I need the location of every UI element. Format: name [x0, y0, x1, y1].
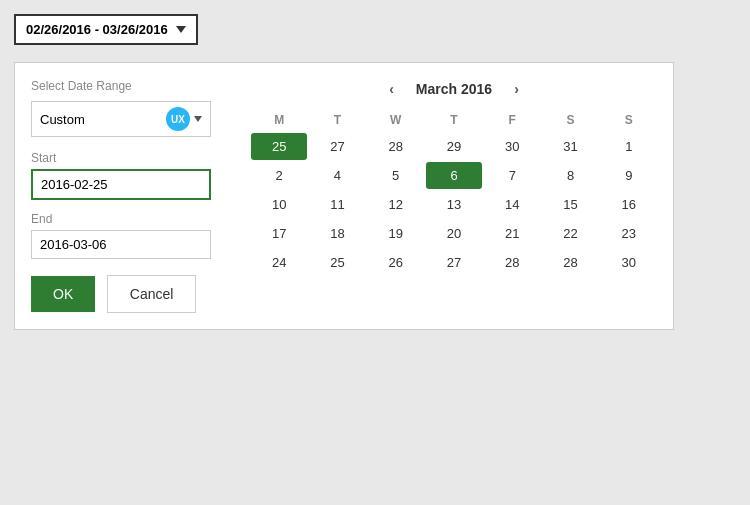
date-range-button[interactable]: 02/26/2016 - 03/26/2016 [14, 14, 198, 45]
table-row[interactable]: 31 [542, 133, 598, 160]
day-header-sat: S [542, 109, 598, 131]
table-row[interactable]: 29 [426, 133, 482, 160]
calendar-grid: M T W T F S S 25 27 28 29 30 31 1 2 4 5 … [251, 109, 657, 276]
table-row[interactable]: 18 [309, 220, 365, 247]
date-range-label: 02/26/2016 - 03/26/2016 [26, 22, 168, 37]
table-row[interactable]: 24 [251, 249, 307, 276]
action-buttons: OK Cancel [31, 275, 231, 313]
ok-button[interactable]: OK [31, 276, 95, 312]
table-row[interactable]: 15 [542, 191, 598, 218]
table-row[interactable]: 4 [309, 162, 365, 189]
start-label: Start [31, 151, 231, 165]
cancel-button[interactable]: Cancel [107, 275, 197, 313]
table-row[interactable]: 28 [542, 249, 598, 276]
day-header-thu: T [426, 109, 482, 131]
table-row[interactable]: 19 [368, 220, 424, 247]
calendar-next-button[interactable]: › [508, 79, 525, 99]
table-row[interactable]: 12 [368, 191, 424, 218]
table-row[interactable]: 16 [601, 191, 657, 218]
table-row[interactable]: 28 [368, 133, 424, 160]
table-row[interactable]: 2 [251, 162, 307, 189]
table-row[interactable]: 6 [426, 162, 482, 189]
day-header-wed: W [368, 109, 424, 131]
page-wrapper: 02/26/2016 - 03/26/2016 Select Date Rang… [0, 0, 750, 505]
table-row[interactable]: 27 [309, 133, 365, 160]
table-row[interactable]: 5 [368, 162, 424, 189]
day-header-sun: S [601, 109, 657, 131]
table-row[interactable]: 9 [601, 162, 657, 189]
ux-badge: UX [166, 107, 190, 131]
table-row[interactable]: 21 [484, 220, 540, 247]
table-row[interactable]: 13 [426, 191, 482, 218]
table-row[interactable]: 11 [309, 191, 365, 218]
day-header-fri: F [484, 109, 540, 131]
table-row[interactable]: 22 [542, 220, 598, 247]
start-date-input[interactable] [31, 169, 211, 200]
table-row[interactable]: 7 [484, 162, 540, 189]
calendar-title: March 2016 [416, 81, 492, 97]
table-row[interactable]: 14 [484, 191, 540, 218]
table-row[interactable]: 30 [601, 249, 657, 276]
table-row[interactable]: 20 [426, 220, 482, 247]
table-row[interactable]: 17 [251, 220, 307, 247]
custom-dropdown[interactable]: Custom UX [31, 101, 211, 137]
custom-dropdown-arrow-icon [194, 116, 202, 122]
day-header-tue: T [309, 109, 365, 131]
left-panel: Select Date Range Custom UX Start End OK… [31, 79, 231, 313]
dropdown-arrow-icon [176, 26, 186, 33]
table-row[interactable]: 23 [601, 220, 657, 247]
table-row[interactable]: 26 [368, 249, 424, 276]
end-label: End [31, 212, 231, 226]
table-row[interactable]: 10 [251, 191, 307, 218]
calendar-prev-button[interactable]: ‹ [383, 79, 400, 99]
calendar-panel: ‹ March 2016 › M T W T F S S 25 27 28 29… [251, 79, 657, 313]
table-row[interactable]: 25 [309, 249, 365, 276]
end-date-input[interactable] [31, 230, 211, 259]
table-row[interactable]: 1 [601, 133, 657, 160]
table-row[interactable]: 30 [484, 133, 540, 160]
table-row[interactable]: 8 [542, 162, 598, 189]
date-picker-popup: Select Date Range Custom UX Start End OK… [14, 62, 674, 330]
table-row[interactable]: 25 [251, 133, 307, 160]
calendar-header: ‹ March 2016 › [251, 79, 657, 99]
table-row[interactable]: 28 [484, 249, 540, 276]
day-header-mon: M [251, 109, 307, 131]
custom-dropdown-label: Custom [40, 112, 166, 127]
select-date-range-label: Select Date Range [31, 79, 231, 93]
table-row[interactable]: 27 [426, 249, 482, 276]
